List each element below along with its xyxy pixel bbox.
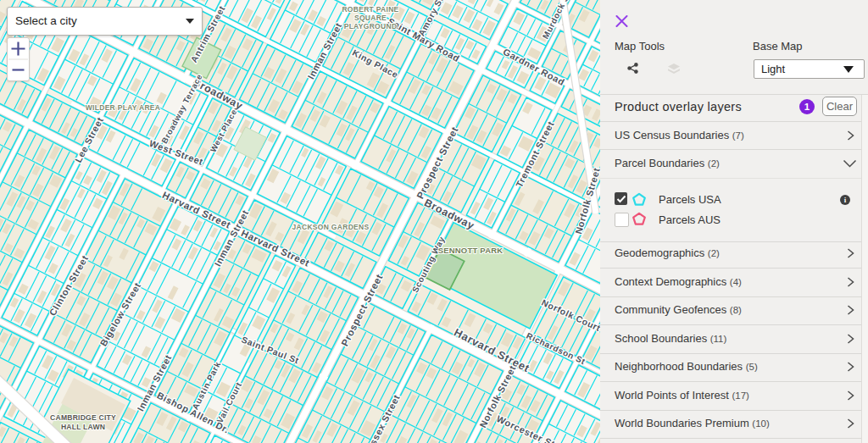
svg-text:PLAYGROUND: PLAYGROUND [344, 22, 398, 30]
svg-text:SQUARE: SQUARE [354, 14, 387, 22]
svg-text:HALL LAWN: HALL LAWN [61, 423, 105, 431]
svg-text:ROBERT PAINE: ROBERT PAINE [342, 5, 398, 14]
svg-text:WILDER PLAY AREA: WILDER PLAY AREA [86, 103, 161, 112]
svg-text:JACKSON GARDENS: JACKSON GARDENS [292, 223, 370, 231]
svg-text:CAMBRIDGE CITY: CAMBRIDGE CITY [50, 413, 116, 422]
svg-text:SENNOTT PARK: SENNOTT PARK [438, 246, 504, 255]
